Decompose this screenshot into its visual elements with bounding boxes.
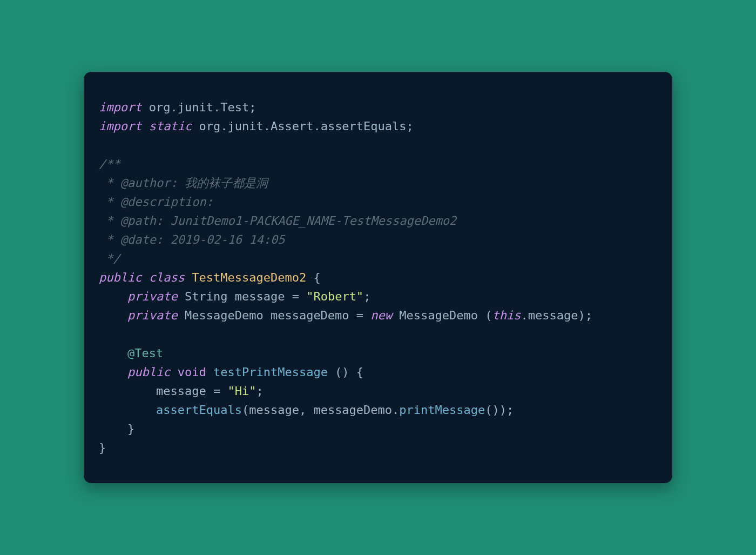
comma: , [299, 403, 314, 417]
keyword-import: import [99, 119, 141, 133]
method-sig: () { [328, 365, 363, 379]
semicolon: ; [249, 101, 256, 114]
indent [99, 290, 127, 303]
keyword-public: public [127, 365, 170, 379]
keyword-this: this [492, 309, 521, 322]
indent [99, 384, 156, 398]
comment-close: */ [99, 252, 120, 265]
keyword-private: private [127, 309, 178, 322]
type: String [185, 290, 227, 303]
brace-close: } [99, 422, 134, 436]
method-call: printMessage [399, 403, 485, 417]
class-name: TestMessageDemo2 [192, 271, 306, 284]
brace-open: { [306, 271, 321, 284]
var-name: message [156, 384, 206, 398]
field-ref: message [528, 309, 578, 322]
paren-open: ( [242, 403, 249, 417]
indent [99, 309, 127, 322]
arg: messageDemo [313, 403, 392, 417]
keyword-class: class [149, 271, 185, 284]
keyword-new: new [370, 309, 392, 322]
brace-close: } [99, 441, 106, 454]
annotation: @Test [127, 346, 163, 360]
indent [99, 403, 156, 417]
comment-line: * @description: [99, 195, 213, 209]
dot: . [392, 403, 399, 417]
code-card: import org.junit.Test; import static org… [84, 72, 672, 483]
comment-line: * @path: JunitDemo1-PACKAGE_NAME-TestMes… [99, 214, 456, 228]
arg: message [249, 403, 299, 417]
comment-open: /** [99, 157, 120, 171]
equals: = [285, 290, 306, 303]
string-literal: "Robert" [306, 290, 363, 303]
equals: = [206, 384, 228, 398]
keyword-static: static [149, 119, 192, 133]
comment-line: * @date: 2019-02-16 14:05 [99, 233, 285, 246]
dot: . [521, 309, 528, 322]
comment-line: * @author: 我的袜子都是洞 [99, 176, 268, 190]
indent [99, 365, 127, 379]
field-name: messageDemo [271, 309, 349, 322]
keyword-private: private [127, 290, 178, 303]
equals: = [349, 309, 371, 322]
semicolon: ; [256, 384, 263, 398]
keyword-void: void [178, 365, 206, 379]
method-call: assertEquals [156, 403, 242, 417]
package-path: org.junit.Assert.assertEquals [199, 119, 406, 133]
semicolon: ; [363, 290, 370, 303]
indent [99, 346, 127, 360]
field-name: message [235, 290, 285, 303]
type: MessageDemo [185, 309, 264, 322]
constructor: MessageDemo [399, 309, 478, 322]
semicolon: ; [407, 119, 414, 133]
keyword-import: import [99, 101, 141, 114]
string-literal: "Hi" [227, 384, 256, 398]
call-close: ()); [485, 403, 514, 417]
package-path: org.junit.Test [149, 101, 249, 114]
method-name: testPrintMessage [213, 365, 328, 379]
paren-open: ( [478, 309, 492, 322]
code-block: import org.junit.Test; import static org… [99, 98, 657, 457]
paren-close: ); [578, 309, 593, 322]
keyword-public: public [99, 271, 141, 284]
